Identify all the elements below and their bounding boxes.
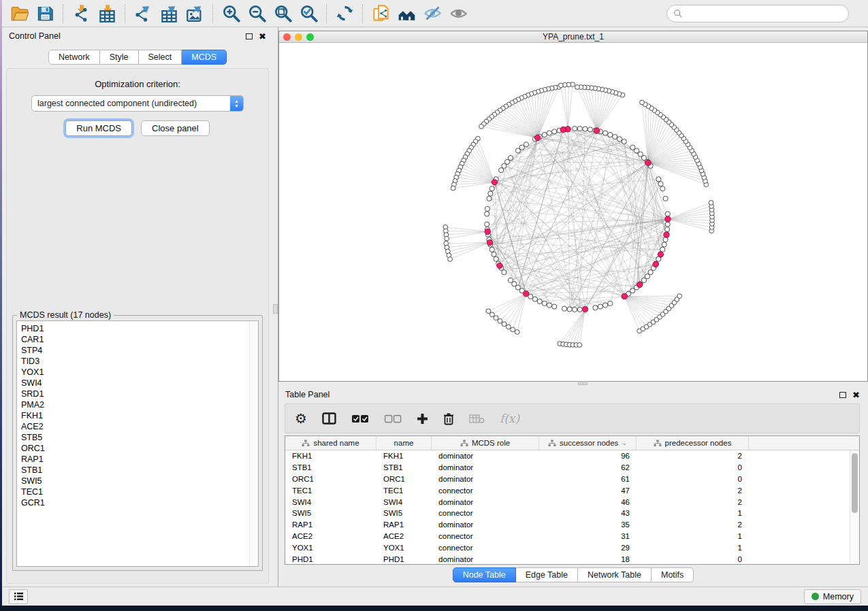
- scrollbar-thumb[interactable]: [852, 453, 858, 513]
- network-node[interactable]: [613, 134, 617, 139]
- network-node[interactable]: [485, 212, 489, 216]
- network-node[interactable]: [547, 131, 551, 135]
- network-node[interactable]: [485, 222, 489, 227]
- network-node[interactable]: [494, 257, 498, 261]
- network-node[interactable]: [490, 312, 495, 317]
- network-node[interactable]: [709, 200, 713, 205]
- dominator-node[interactable]: [665, 216, 671, 222]
- show-panel-button[interactable]: [445, 2, 471, 25]
- zoom-in-button[interactable]: [218, 2, 244, 25]
- float-panel-icon[interactable]: [246, 33, 253, 39]
- mcds-result-item[interactable]: CAR1: [21, 334, 258, 345]
- dominator-node[interactable]: [658, 252, 663, 257]
- task-history-button[interactable]: [9, 589, 28, 604]
- network-node[interactable]: [502, 163, 507, 168]
- network-node[interactable]: [583, 127, 588, 131]
- network-node[interactable]: [547, 303, 551, 308]
- tab-network[interactable]: Network: [48, 50, 100, 65]
- network-node[interactable]: [489, 186, 494, 191]
- network-node[interactable]: [494, 316, 498, 320]
- network-node[interactable]: [608, 301, 613, 306]
- network-node[interactable]: [658, 182, 663, 186]
- zoom-out-button[interactable]: [244, 2, 270, 25]
- select-all-button[interactable]: [351, 408, 369, 429]
- copy-network-button[interactable]: [368, 2, 393, 25]
- table-row[interactable]: PHD1PHD1dominator180: [285, 553, 850, 564]
- mcds-result-item[interactable]: SWI5: [21, 476, 258, 486]
- network-node[interactable]: [492, 252, 496, 257]
- splitter-handle[interactable]: [273, 304, 278, 314]
- mcds-result-item[interactable]: ORC1: [21, 443, 258, 454]
- network-node[interactable]: [562, 306, 566, 311]
- table-row[interactable]: FKH1FKH1dominator962: [285, 450, 850, 462]
- network-node[interactable]: [488, 191, 493, 196]
- float-panel-icon[interactable]: [839, 392, 846, 398]
- network-node[interactable]: [485, 206, 489, 211]
- network-node[interactable]: [577, 126, 582, 131]
- network-node[interactable]: [451, 186, 455, 191]
- memory-button[interactable]: Memory: [804, 589, 861, 604]
- tab-edge-table[interactable]: Edge Table: [516, 567, 578, 582]
- network-node[interactable]: [645, 274, 649, 279]
- optimization-criterion-select[interactable]: largest connected component (undirected)…: [31, 95, 244, 112]
- splitter-handle[interactable]: [578, 382, 588, 385]
- search-input[interactable]: [687, 9, 842, 18]
- network-node[interactable]: [665, 212, 670, 216]
- network-node[interactable]: [648, 270, 653, 275]
- network-window-titlebar[interactable]: YPA_prune.txt_1: [279, 31, 867, 43]
- close-panel-button[interactable]: Close panel: [141, 120, 210, 136]
- network-node[interactable]: [515, 285, 520, 290]
- tab-network-table[interactable]: Network Table: [578, 567, 652, 582]
- delete-column-button[interactable]: [443, 408, 454, 429]
- mcds-list-scrollbar[interactable]: [249, 321, 258, 566]
- network-node[interactable]: [677, 294, 682, 299]
- import-network-button[interactable]: [68, 2, 94, 25]
- tab-motifs[interactable]: Motifs: [652, 567, 694, 582]
- dominator-node[interactable]: [645, 160, 651, 165]
- network-node[interactable]: [593, 306, 598, 310]
- network-node[interactable]: [656, 177, 661, 182]
- dominator-node[interactable]: [594, 128, 600, 133]
- mcds-result-item[interactable]: SWI4: [21, 378, 258, 389]
- save-session-button[interactable]: [32, 2, 58, 25]
- table-row[interactable]: YOX1YOX1connector291: [285, 542, 850, 553]
- network-node[interactable]: [602, 303, 607, 308]
- network-node[interactable]: [498, 318, 502, 323]
- network-node[interactable]: [665, 227, 670, 232]
- network-node[interactable]: [617, 137, 622, 142]
- network-node[interactable]: [634, 148, 639, 153]
- close-panel-icon[interactable]: ✖: [259, 33, 266, 39]
- mcds-result-item[interactable]: YOX1: [21, 367, 258, 378]
- network-node[interactable]: [506, 325, 511, 329]
- export-table-button[interactable]: [156, 2, 182, 25]
- network-node[interactable]: [577, 343, 582, 348]
- network-node[interactable]: [663, 196, 668, 201]
- network-node[interactable]: [542, 301, 547, 306]
- tab-mcds[interactable]: MCDS: [182, 50, 227, 65]
- mcds-result-item[interactable]: STB1: [21, 465, 258, 476]
- table-row[interactable]: TEC1TEC1connector472: [285, 484, 850, 496]
- network-node[interactable]: [602, 131, 607, 135]
- network-node[interactable]: [532, 297, 537, 301]
- tab-select[interactable]: Select: [139, 50, 182, 65]
- close-panel-icon[interactable]: ✖: [852, 392, 860, 398]
- zoom-fit-button[interactable]: [270, 2, 295, 25]
- add-column-button[interactable]: [417, 408, 428, 429]
- show-column-panel-button[interactable]: [322, 408, 336, 429]
- tab-node-table[interactable]: Node Table: [453, 567, 516, 582]
- network-node[interactable]: [558, 83, 563, 88]
- column-header-predecessor-nodes[interactable]: predecessor nodes: [637, 436, 749, 450]
- dominator-node[interactable]: [492, 180, 497, 185]
- network-node[interactable]: [630, 288, 635, 293]
- dominator-node[interactable]: [637, 282, 642, 287]
- dominator-node[interactable]: [653, 261, 658, 267]
- export-image-button[interactable]: [182, 2, 208, 25]
- dominator-node[interactable]: [664, 232, 669, 237]
- dominator-node[interactable]: [560, 127, 566, 132]
- network-node[interactable]: [524, 142, 528, 147]
- table-row[interactable]: STB1STB1dominator620: [285, 462, 850, 474]
- mcds-result-item[interactable]: STB5: [21, 432, 258, 443]
- network-node[interactable]: [630, 145, 635, 150]
- network-node[interactable]: [511, 327, 515, 332]
- open-file-button[interactable]: [6, 2, 32, 25]
